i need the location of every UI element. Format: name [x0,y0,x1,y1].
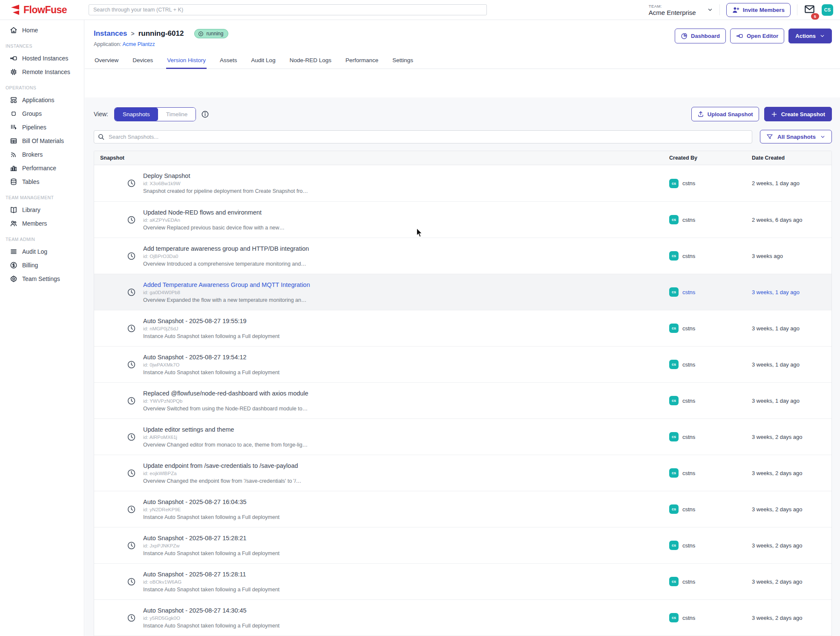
create-snapshot-button[interactable]: Create Snapshot [764,107,832,121]
sidebar-item-applications[interactable]: Applications [0,93,84,107]
tab-version-history[interactable]: Version History [166,54,207,69]
date-created-cell: 3 weeks, 2 days ago [752,615,831,621]
date-created-cell: 3 weeks, 2 days ago [752,434,831,440]
upload-snapshot-button[interactable]: Upload Snapshot [691,107,759,121]
sidebar-item-library[interactable]: Library [0,203,84,217]
table-row[interactable]: Added Temperature Awareness Group and MQ… [94,274,831,310]
sidebar-item-billing[interactable]: Billing [0,258,84,272]
divider [719,4,720,15]
sidebar-item-home[interactable]: Home [0,23,84,37]
sidebar-item-label: Brokers [22,151,43,158]
tab-node-red-logs[interactable]: Node-RED Logs [289,54,332,69]
flowfuse-logo[interactable]: FlowFuse [9,4,83,16]
table-row[interactable]: Auto Snapshot - 2025-08-27 19:55:19 id: … [94,310,831,346]
snapshot-description: Overview Changed the endpoint flow from … [143,478,301,484]
sidebar-item-audit-log[interactable]: Audit Log [0,245,84,258]
team-selector[interactable]: TEAM: Acme Enterprise [649,4,713,16]
user-avatar: cs [669,251,679,261]
upload-snapshot-label: Upload Snapshot [708,111,753,117]
snapshot-id: id: oBOkv1W6AG [143,579,279,584]
status-badge-label: running [206,31,223,37]
sidebar-item-hosted-instances[interactable]: Hosted Instances [0,52,84,65]
view-toggle-timeline[interactable]: Timeline [158,108,196,121]
tab-audit-log[interactable]: Audit Log [250,54,276,69]
sidebar-item-label: Applications [22,97,55,103]
user-name: cstns [682,398,695,404]
sidebar-item-label: Team Settings [22,275,60,282]
divider [797,4,797,15]
user-avatar: cs [669,360,679,369]
clock-icon [127,505,136,514]
sidebar-item-tables[interactable]: Tables [0,175,84,189]
version-history-content: View: SnapshotsTimeline Upload Snapshot … [85,97,840,636]
snapshot-title[interactable]: Auto Snapshot - 2025-08-27 19:54:12 [143,354,279,361]
snapshot-filter-dropdown[interactable]: All Snapshots [760,130,832,143]
table-row[interactable]: Auto Snapshot - 2025-08-27 19:54:12 id: … [94,346,831,382]
snapshot-title[interactable]: Add temperature awareness group and HTTP… [143,245,309,252]
snapshot-title[interactable]: Update editor settings and theme [143,426,308,433]
table-row[interactable]: Update editor settings and theme id: AlR… [94,418,831,455]
snapshot-id: id: aKZPYvEDAn [143,218,285,223]
snapshot-title[interactable]: Update endpoint from /save-credentials t… [143,462,301,469]
view-toggle-snapshots[interactable]: Snapshots [115,108,158,121]
snapshot-title[interactable]: Auto Snapshot - 2025-08-27 15:28:21 [143,535,279,541]
sidebar-item-bill-of-materials[interactable]: Bill Of Materials [0,134,84,148]
snapshot-title[interactable]: Replaced @flowfuse/node-red-dashboard wi… [143,390,308,397]
breadcrumb-instances-link[interactable]: Instances [94,29,127,38]
date-created-cell: 3 weeks ago [752,253,831,259]
created-by-cell: cs cstns [669,468,752,478]
sidebar-item-brokers[interactable]: Brokers [0,148,84,161]
table-row[interactable]: Deploy Snapshot id: X3o6Bw1k9W Snapshot … [94,165,831,201]
open-editor-button-label: Open Editor [747,33,778,39]
global-search-input[interactable] [89,4,487,15]
open-editor-button[interactable]: Open Editor [730,29,784,43]
tab-settings[interactable]: Settings [391,54,414,69]
snapshot-title[interactable]: Auto Snapshot - 2025-08-27 14:30:45 [143,607,279,614]
snapshot-cell: Auto Snapshot - 2025-08-27 15:28:11 id: … [94,571,669,593]
table-row[interactable]: Replaced @flowfuse/node-red-dashboard wi… [94,382,831,418]
table-row[interactable]: Update endpoint from /save-credentials t… [94,455,831,491]
tab-assets[interactable]: Assets [219,54,238,69]
snapshot-title[interactable]: Deploy Snapshot [143,172,308,179]
sidebar-item-team-settings[interactable]: Team Settings [0,272,84,286]
sidebar-item-pipelines[interactable]: Pipelines [0,120,84,134]
user-name: cstns [682,180,695,186]
tab-performance[interactable]: Performance [345,54,379,69]
snapshot-description: Overview Introduced a comprehensive temp… [143,261,309,267]
table-row[interactable]: Auto Snapshot - 2025-08-27 15:28:11 id: … [94,563,831,599]
snapshot-cell: Updated Node-RED flows and environment i… [94,209,669,231]
snapshot-title[interactable]: Auto Snapshot - 2025-08-27 16:04:35 [143,498,279,505]
invite-members-button[interactable]: Invite Members [726,3,791,17]
sidebar-item-members[interactable]: Members [0,217,84,230]
notifications-button[interactable]: 5 [804,3,815,17]
tab-overview[interactable]: Overview [94,54,119,69]
snapshot-info: Auto Snapshot - 2025-08-27 15:28:11 id: … [143,571,279,593]
snapshot-title[interactable]: Auto Snapshot - 2025-08-27 15:28:11 [143,571,279,578]
sidebar-item-groups[interactable]: Groups [0,107,84,120]
chevron-down-icon [820,134,826,140]
snapshot-search-input[interactable] [94,130,752,143]
dashboard-button[interactable]: Dashboard [675,29,726,43]
status-badge: running [194,29,228,38]
snapshot-title[interactable]: Added Temperature Awareness Group and MQ… [143,281,310,288]
actions-button[interactable]: Actions [788,29,832,43]
user-name: cstns [682,434,695,440]
table-row[interactable]: Auto Snapshot - 2025-08-27 15:28:21 id: … [94,527,831,563]
sidebar-item-performance[interactable]: Performance [0,161,84,175]
date-created-cell: 3 weeks, 2 days ago [752,470,831,476]
clock-icon [127,577,136,586]
snapshot-title[interactable]: Auto Snapshot - 2025-08-27 19:55:19 [143,318,279,324]
snapshot-title[interactable]: Updated Node-RED flows and environment [143,209,285,216]
table-row[interactable]: Auto Snapshot - 2025-08-27 16:04:35 id: … [94,491,831,527]
table-row[interactable]: Updated Node-RED flows and environment i… [94,201,831,238]
info-icon[interactable] [201,110,209,118]
tab-devices[interactable]: Devices [132,54,154,69]
table-row[interactable]: Auto Snapshot - 2025-08-27 14:30:45 id: … [94,599,831,636]
sidebar-item-remote-instances[interactable]: Remote Instances [0,65,84,79]
snapshot-id: id: X3o6Bw1k9W [143,181,308,186]
user-avatar-button[interactable]: CS [822,4,833,16]
dashboard-button-label: Dashboard [691,33,720,39]
table-row[interactable]: Add temperature awareness group and HTTP… [94,238,831,274]
team-label: TEAM: [649,4,696,9]
application-link[interactable]: Acme Plantzz [122,41,155,47]
